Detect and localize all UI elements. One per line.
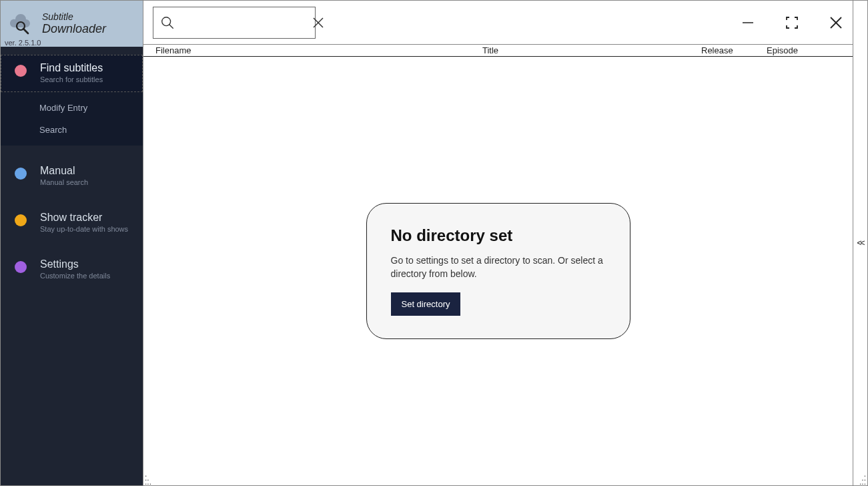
sidebar-item-sublabel: Customize the details xyxy=(40,272,110,280)
collapse-handle[interactable]: << xyxy=(857,238,863,248)
subnav-modify-entry[interactable]: Modify Entry xyxy=(39,103,143,113)
sidebar-item-label: Manual xyxy=(40,165,88,177)
content-area: No directory set Go to settings to set a… xyxy=(143,57,853,485)
sidebar-item-manual[interactable]: Manual Manual search xyxy=(1,152,143,199)
search-icon xyxy=(160,15,175,30)
dot-icon xyxy=(15,261,27,273)
sidebar-item-sublabel: Search for subtitles xyxy=(40,75,103,83)
version-label: ver. 2.5.1.0 xyxy=(5,39,41,47)
sidebar-item-label: Find subtitles xyxy=(40,62,103,74)
sidebar-item-find-subtitles[interactable]: Find subtitles Search for subtitles xyxy=(1,55,143,92)
searchbox[interactable] xyxy=(153,7,316,39)
resize-grip-icon[interactable]: ...... xyxy=(145,472,151,484)
app-window: Subtitle Downloader ver. 2.5.1.0 Find su… xyxy=(0,0,868,486)
svg-line-1 xyxy=(23,29,28,33)
main-area: Filename Title Release Episode No direct… xyxy=(143,1,853,485)
brand-header: Subtitle Downloader ver. 2.5.1.0 xyxy=(1,1,143,47)
no-directory-card: No directory set Go to settings to set a… xyxy=(366,203,630,339)
right-panel-strip: << ...... xyxy=(853,1,867,485)
set-directory-button[interactable]: Set directory xyxy=(391,292,461,316)
window-controls xyxy=(741,15,843,30)
maximize-button[interactable] xyxy=(785,15,799,30)
column-filename[interactable]: Filename xyxy=(155,45,482,55)
app-logo-icon xyxy=(7,13,35,35)
brand-text: Subtitle Downloader xyxy=(42,11,106,36)
search-input[interactable] xyxy=(175,17,312,28)
sidebar: Subtitle Downloader ver. 2.5.1.0 Find su… xyxy=(1,1,143,485)
sidebar-item-sublabel: Stay up-to-date with shows xyxy=(40,225,128,233)
sidebar-item-sublabel: Manual search xyxy=(40,178,88,186)
dot-icon xyxy=(15,65,27,77)
sidebar-item-show-tracker[interactable]: Show tracker Stay up-to-date with shows xyxy=(1,199,143,246)
dot-icon xyxy=(15,214,27,226)
table-header: Filename Title Release Episode xyxy=(143,45,853,57)
placeholder-title: No directory set xyxy=(391,226,606,245)
sidebar-item-label: Settings xyxy=(40,258,110,270)
svg-line-3 xyxy=(169,24,173,28)
subnav-search[interactable]: Search xyxy=(39,125,143,135)
brand-line2: Downloader xyxy=(42,22,106,36)
sidebar-subnav: Modify Entry Search xyxy=(1,92,143,146)
resize-grip-icon[interactable]: ...... xyxy=(859,472,866,484)
dot-icon xyxy=(15,168,27,180)
sidebar-item-settings[interactable]: Settings Customize the details xyxy=(1,246,143,292)
clear-search-icon[interactable] xyxy=(312,17,324,29)
topbar xyxy=(143,1,853,45)
sidebar-item-label: Show tracker xyxy=(40,212,128,224)
placeholder-text: Go to settings to set a directory to sca… xyxy=(391,254,606,280)
sidebar-nav: Find subtitles Search for subtitles Modi… xyxy=(1,47,143,292)
column-release[interactable]: Release xyxy=(701,45,767,55)
brand-line1: Subtitle xyxy=(42,11,106,22)
column-title[interactable]: Title xyxy=(482,45,701,55)
close-button[interactable] xyxy=(829,15,843,30)
minimize-button[interactable] xyxy=(741,15,755,30)
column-episode[interactable]: Episode xyxy=(767,45,847,55)
